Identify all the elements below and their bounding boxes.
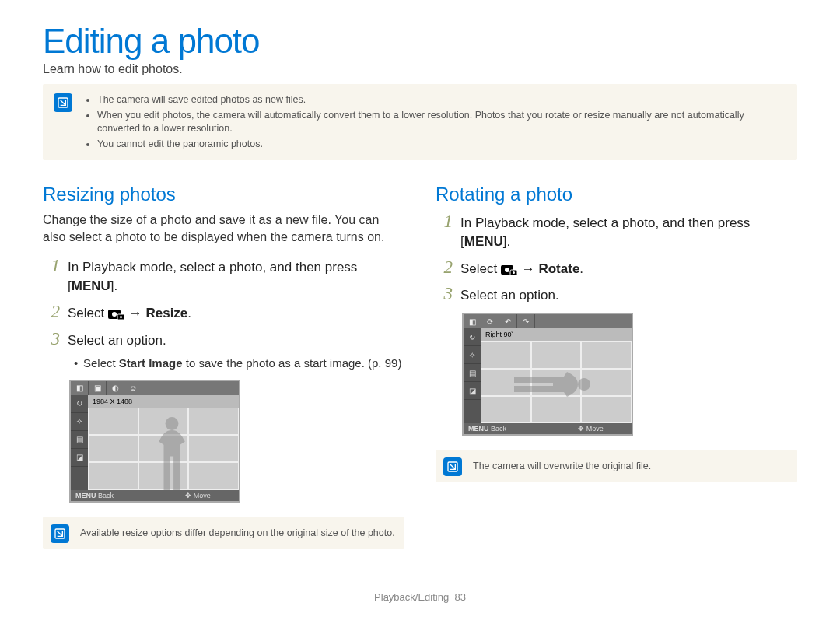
page-title: Editing a photo: [43, 22, 797, 61]
screen-bottombar: MENU Back ✥ Move: [464, 423, 632, 434]
tool-icon: ◧: [464, 314, 481, 328]
sidebar-icon: ↻: [71, 395, 88, 413]
steps-rotate: 1 In Playback mode, select a photo, and …: [436, 212, 797, 305]
sidebar-icon: ▤: [71, 431, 88, 449]
silhouette-icon: [495, 361, 611, 408]
svg-point-4: [120, 316, 122, 318]
steps-resize: 1 In Playback mode, select a photo, and …: [43, 256, 404, 371]
edit-icon: [501, 263, 518, 275]
step-text: Select an option.: [460, 286, 797, 305]
note-item: You cannot edit the panoramic photos.: [97, 138, 786, 152]
screen-status: 1984 X 1488: [88, 395, 239, 408]
page-subtitle: Learn how to edit photos.: [43, 62, 797, 76]
resize-note-box: Available resize options differ dependin…: [43, 517, 404, 549]
top-note-box: The camera will save edited photos as ne…: [43, 84, 797, 160]
screen-status: Right 90˚: [481, 328, 632, 341]
sidebar-icon: ▤: [464, 364, 481, 382]
svg-point-10: [513, 271, 515, 274]
camera-screen-resize: ◧ ▣ ◐ ☺ ↻ ✧ ▤ ◪ 1984 X 1488: [69, 380, 240, 503]
col-resize: Resizing photos Change the size of a pho…: [43, 184, 404, 573]
tool-icon: ↶: [499, 314, 517, 328]
silhouette-icon: [133, 415, 211, 497]
screen-sidebar: ↻ ✧ ▤ ◪: [71, 395, 88, 490]
note-item: The camera will save edited photos as ne…: [97, 93, 786, 107]
screen-topbar: ◧ ⟳ ↶ ↷: [464, 314, 632, 328]
svg-point-8: [505, 268, 509, 272]
screen-sidebar: ↻ ✧ ▤ ◪: [464, 328, 481, 423]
step-subitem: Select Start Image to save the photo as …: [75, 356, 404, 371]
step-text: Select an option.: [68, 331, 404, 350]
rotate-note-box: The camera will overwrite the original f…: [436, 450, 797, 482]
note-item: When you edit photos, the camera will au…: [97, 109, 786, 136]
step-text: Select → Rotate.: [460, 260, 797, 278]
heading-resize: Resizing photos: [43, 184, 404, 205]
note-icon: [54, 93, 72, 112]
camera-screen-rotate: ◧ ⟳ ↶ ↷ ↻ ✧ ▤ ◪ Right 90˚: [462, 313, 633, 436]
note-text: The camera will overwrite the original f…: [473, 461, 651, 471]
note-icon: [443, 457, 462, 476]
step-number: 3: [43, 329, 60, 349]
sidebar-icon: ◪: [71, 449, 88, 467]
note-text: Available resize options differ dependin…: [80, 527, 395, 538]
tool-icon: ◐: [107, 381, 124, 395]
sidebar-icon: ✧: [464, 346, 481, 364]
tool-resize-icon: ◧: [71, 381, 89, 395]
tool-icon: ↷: [517, 314, 535, 328]
screen-topbar: ◧ ▣ ◐ ☺: [71, 381, 239, 395]
svg-point-5: [166, 417, 179, 430]
step-number: 2: [436, 257, 453, 278]
svg-point-11: [578, 378, 590, 391]
note-icon: [51, 524, 69, 543]
sidebar-icon: ◪: [464, 382, 481, 400]
top-note-list: The camera will save edited photos as ne…: [88, 92, 786, 152]
desc-resize: Change the size of a photo and save it a…: [43, 212, 404, 245]
step-number: 1: [436, 212, 453, 232]
page-footer: Playback/Editing 83: [43, 591, 797, 603]
step-text: Select → Resize.: [68, 304, 404, 323]
sidebar-icon: ↻: [464, 328, 481, 346]
step-text: In Playback mode, select a photo, and th…: [68, 258, 404, 296]
svg-point-2: [112, 312, 117, 317]
step-text: In Playback mode, select a photo, and th…: [460, 214, 797, 251]
edit-icon: [108, 307, 125, 320]
tool-rotate-icon: ⟳: [481, 314, 499, 328]
heading-rotate: Rotating a photo: [436, 184, 797, 205]
col-rotate: Rotating a photo 1 In Playback mode, sel…: [436, 184, 797, 573]
tool-icon: ▣: [89, 381, 107, 395]
step-number: 1: [43, 256, 60, 276]
tool-icon: ☺: [124, 381, 142, 395]
screen-bottombar: MENU Back ✥ Move: [71, 490, 239, 501]
step-number: 2: [43, 302, 60, 322]
step-number: 3: [436, 284, 453, 304]
sidebar-icon: ✧: [71, 413, 88, 431]
